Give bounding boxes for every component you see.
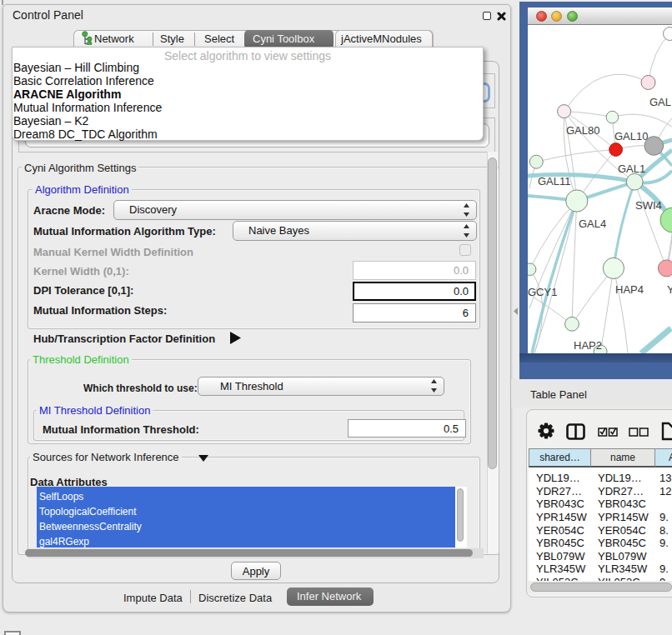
svg-text:GAL11: GAL11 xyxy=(538,175,571,188)
svg-text:HAP2: HAP2 xyxy=(574,339,602,352)
svg-text:HAP4: HAP4 xyxy=(615,283,644,296)
svg-text:GAL1: GAL1 xyxy=(618,162,645,175)
svg-text:GAL4: GAL4 xyxy=(579,218,606,230)
svg-text:SWI4: SWI4 xyxy=(635,199,662,212)
svg-text:GAL10: GAL10 xyxy=(614,130,648,142)
svg-text:Y: Y xyxy=(667,283,672,296)
svg-text:GCY1: GCY1 xyxy=(528,286,557,298)
svg-text:GAL: GAL xyxy=(649,96,671,108)
svg-text:GAL80: GAL80 xyxy=(566,124,599,137)
